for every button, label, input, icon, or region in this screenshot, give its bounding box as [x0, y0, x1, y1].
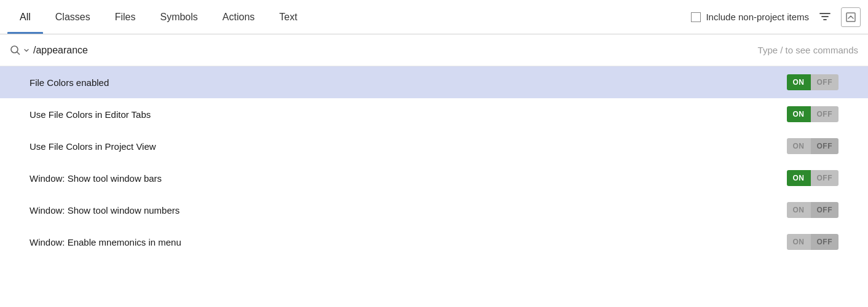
toggle-off-window-show-tool-numbers: OFF — [811, 202, 839, 218]
toggle-off-use-file-colors-editor: OFF — [811, 106, 839, 122]
collapse-button[interactable] — [841, 7, 861, 27]
result-label-window-show-tool-bars: Window: Show tool window bars — [30, 173, 787, 184]
toggle-use-file-colors-project[interactable]: ONOFF — [787, 138, 839, 154]
toggle-on-use-file-colors-editor: ON — [787, 106, 811, 122]
tab-classes[interactable]: Classes — [43, 0, 103, 34]
result-label-window-show-tool-numbers: Window: Show tool window numbers — [30, 205, 787, 216]
toggle-off-window-enable-mnemonics: OFF — [811, 234, 839, 250]
result-row-window-show-tool-numbers[interactable]: Window: Show tool window numbersONOFF — [0, 194, 868, 226]
toggle-file-colors-enabled[interactable]: ONOFF — [787, 74, 839, 90]
result-label-window-enable-mnemonics: Window: Enable mnemonics in menu — [30, 237, 787, 247]
result-row-window-show-tool-bars[interactable]: Window: Show tool window barsONOFF — [0, 162, 868, 194]
include-non-project-checkbox[interactable] — [691, 12, 701, 22]
tab-all[interactable]: All — [7, 0, 43, 34]
tab-bar: AllClassesFilesSymbolsActionsText Includ… — [0, 0, 868, 34]
search-input[interactable] — [33, 45, 758, 56]
tab-symbols[interactable]: Symbols — [148, 0, 210, 34]
result-label-use-file-colors-project: Use File Colors in Project View — [30, 141, 787, 152]
svg-rect-0 — [846, 13, 855, 21]
search-icon — [10, 45, 21, 56]
result-row-file-colors-enabled[interactable]: File Colors enabledONOFF — [0, 66, 868, 98]
results-list: File Colors enabledONOFFUse File Colors … — [0, 66, 868, 258]
tab-files[interactable]: Files — [103, 0, 148, 34]
toggle-use-file-colors-editor[interactable]: ONOFF — [787, 106, 839, 122]
include-non-project-text: Include non-project items — [706, 12, 809, 22]
toggle-on-use-file-colors-project: ON — [787, 138, 811, 154]
result-row-window-enable-mnemonics[interactable]: Window: Enable mnemonics in menuONOFF — [0, 226, 868, 258]
tab-bar-actions: Include non-project items — [691, 7, 861, 27]
result-label-file-colors-enabled: File Colors enabled — [30, 77, 787, 88]
toggle-off-file-colors-enabled: OFF — [811, 74, 839, 90]
search-icon-wrapper[interactable] — [10, 45, 30, 56]
filter-button[interactable] — [815, 7, 835, 27]
toggle-on-window-show-tool-bars: ON — [787, 170, 811, 186]
search-hint: Type / to see commands — [758, 45, 858, 55]
toggle-window-show-tool-bars[interactable]: ONOFF — [787, 170, 839, 186]
tab-actions[interactable]: Actions — [210, 0, 267, 34]
svg-point-1 — [11, 46, 18, 53]
include-non-project-label[interactable]: Include non-project items — [691, 12, 809, 22]
toggle-off-use-file-colors-project: OFF — [811, 138, 839, 154]
search-dropdown-arrow — [23, 47, 30, 53]
toggle-on-file-colors-enabled: ON — [787, 74, 811, 90]
result-label-use-file-colors-editor: Use File Colors in Editor Tabs — [30, 109, 787, 120]
search-bar: Type / to see commands — [0, 34, 868, 66]
tabs-container: AllClassesFilesSymbolsActionsText — [7, 0, 310, 34]
toggle-off-window-show-tool-bars: OFF — [811, 170, 839, 186]
result-row-use-file-colors-editor[interactable]: Use File Colors in Editor TabsONOFF — [0, 98, 868, 130]
result-row-use-file-colors-project[interactable]: Use File Colors in Project ViewONOFF — [0, 130, 868, 162]
tab-text[interactable]: Text — [267, 0, 309, 34]
toggle-window-enable-mnemonics[interactable]: ONOFF — [787, 234, 839, 250]
toggle-window-show-tool-numbers[interactable]: ONOFF — [787, 202, 839, 218]
toggle-on-window-show-tool-numbers: ON — [787, 202, 811, 218]
toggle-on-window-enable-mnemonics: ON — [787, 234, 811, 250]
